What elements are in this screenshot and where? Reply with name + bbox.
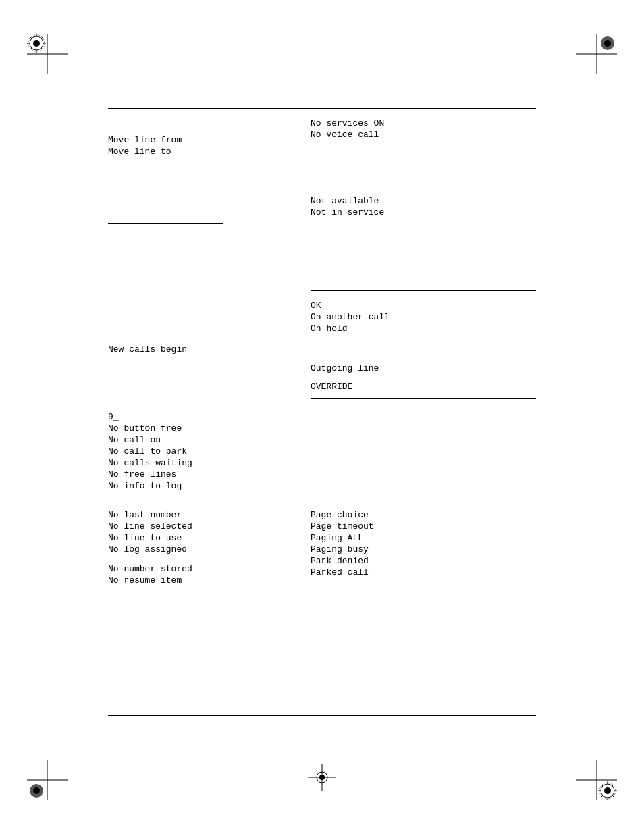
svg-point-20 (33, 787, 40, 794)
no-info-to-log-text: No info to log (108, 481, 192, 491)
svg-point-32 (604, 787, 611, 794)
override-text: OVERRIDE (311, 382, 352, 392)
new-calls-begin-block: New calls begin (108, 344, 187, 355)
not-available-text: Not available (311, 196, 384, 206)
no-log-assigned-text: No log assigned (108, 544, 192, 554)
new-calls-begin-text: New calls begin (108, 344, 187, 355)
outgoing-line-text: Outgoing line (311, 363, 379, 373)
item-9-text: 9_ (108, 412, 192, 422)
page-timeout-text: Page timeout (311, 521, 374, 531)
no-call-on-text: No call on (108, 435, 192, 445)
move-line-to-text: Move line to (108, 147, 182, 157)
move-line-block: Move line from Move line to (108, 135, 182, 157)
corner-mark-br (576, 760, 617, 800)
no-free-lines-text: No free lines (108, 469, 192, 479)
hr-top (108, 108, 536, 109)
svg-point-11 (33, 40, 40, 47)
parked-call-text: Parked call (311, 567, 374, 577)
ok-text: OK (311, 301, 390, 311)
paging-busy-text: Paging busy (311, 544, 374, 554)
park-denied-text: Park denied (311, 556, 374, 566)
left-list-block-2: No last number No line selected No line … (108, 510, 192, 554)
hr-mid1 (108, 223, 223, 224)
corner-mark-bl (27, 760, 68, 800)
not-in-service-text: Not in service (311, 207, 384, 217)
outgoing-line-block: Outgoing line (311, 363, 379, 373)
svg-point-37 (319, 775, 325, 780)
page-choice-text: Page choice (311, 510, 374, 520)
left-list-block: 9_ No button free No call on No call to … (108, 412, 192, 491)
no-line-selected-text: No line selected (108, 521, 192, 531)
not-available-block: Not available Not in service (311, 196, 384, 217)
on-hold-text: On hold (311, 323, 390, 334)
ok-block: OK On another call On hold (311, 301, 390, 334)
hr-mid3 (311, 398, 536, 399)
hr-bottom (108, 715, 536, 716)
no-resume-item-text: No resume item (108, 575, 192, 585)
no-voice-call-text: No voice call (311, 130, 384, 140)
override-block: OVERRIDE (311, 382, 352, 392)
no-services-on-block: No services ON No voice call (311, 118, 384, 140)
no-button-free-text: No button free (108, 423, 192, 434)
corner-mark-tl (27, 34, 68, 74)
no-call-to-park-text: No call to park (108, 446, 192, 457)
corner-mark-tr (576, 34, 617, 74)
move-line-from-text: Move line from (108, 135, 182, 145)
paging-all-text: Paging ALL (311, 533, 374, 543)
no-line-to-use-text: No line to use (108, 533, 192, 543)
hr-mid2 (311, 290, 536, 291)
right-list-block-2: Page choice Page timeout Paging ALL Pagi… (311, 510, 374, 577)
no-calls-waiting-text: No calls waiting (108, 458, 192, 468)
no-last-number-text: No last number (108, 510, 192, 520)
left-list-block-3: No number stored No resume item (108, 564, 192, 585)
no-number-stored-text: No number stored (108, 564, 192, 574)
svg-point-16 (604, 40, 611, 47)
on-another-call-text: On another call (311, 312, 390, 322)
no-services-on-text: No services ON (311, 118, 384, 128)
center-bottom-mark (308, 764, 336, 793)
